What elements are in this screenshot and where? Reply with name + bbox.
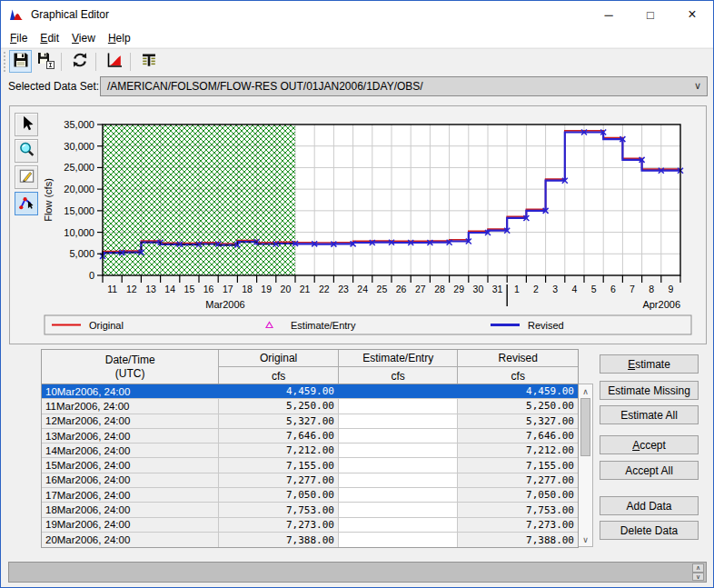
cell-estimate-entry[interactable] xyxy=(339,429,459,443)
cell-datetime: 20Mar2006, 24:00 xyxy=(42,533,219,547)
scrollbar-thumb[interactable] xyxy=(580,398,590,456)
svg-text:22: 22 xyxy=(319,284,330,294)
svg-text:21: 21 xyxy=(300,284,311,294)
save-as-button[interactable] xyxy=(34,50,56,73)
menu-file[interactable]: File xyxy=(4,30,34,46)
scroll-down-icon[interactable]: ∨ xyxy=(580,533,592,546)
cell-original: 4,459.00 xyxy=(219,384,339,398)
save-as-icon xyxy=(36,51,55,72)
spinner-up-icon[interactable]: ∧ xyxy=(692,563,704,573)
svg-text:25: 25 xyxy=(377,284,388,294)
cell-estimate-entry[interactable] xyxy=(339,384,459,398)
toolbar xyxy=(1,48,713,74)
refresh-button[interactable] xyxy=(68,50,91,73)
flow-chart[interactable]: 05,00010,00015,00020,00025,00030,00035,0… xyxy=(10,106,706,346)
cell-estimate-entry[interactable] xyxy=(339,414,459,428)
svg-text:35,000: 35,000 xyxy=(64,119,94,130)
svg-text:6: 6 xyxy=(610,284,616,294)
vertex-edit-tool-button[interactable] xyxy=(15,192,38,215)
estimate-button[interactable]: Estimate xyxy=(600,354,699,374)
delete-data-button[interactable]: Delete Data xyxy=(600,521,699,540)
menu-view[interactable]: View xyxy=(65,30,102,46)
cell-original: 7,646.00 xyxy=(219,429,339,443)
table-row[interactable]: 16Mar2006, 24:007,277.007,277.00 xyxy=(42,473,578,488)
minimize-button[interactable]: ─ xyxy=(588,1,630,28)
svg-text:9: 9 xyxy=(668,284,673,294)
cell-estimate-entry[interactable] xyxy=(339,533,459,547)
table-row[interactable]: 15Mar2006, 24:007,155.007,155.00 xyxy=(42,458,578,473)
svg-text:17: 17 xyxy=(223,284,233,294)
table-row[interactable]: 14Mar2006, 24:007,212.007,212.00 xyxy=(42,443,578,458)
edit-box-tool-button[interactable] xyxy=(15,165,38,189)
table-row[interactable]: 10Mar2006, 24:004,459.004,459.00 xyxy=(42,384,578,399)
scrollbar-track[interactable] xyxy=(580,398,592,533)
estimate-all-button[interactable]: Estimate All xyxy=(600,405,699,424)
estimate-missing-button[interactable]: Estimate Missing xyxy=(600,381,699,400)
message-bar: ∧ ∨ xyxy=(8,562,707,583)
cell-estimate-entry[interactable] xyxy=(339,503,459,516)
dataset-combobox[interactable]: /AMERICAN/FOLSOM/FLOW-RES OUT/01JAN2006/… xyxy=(100,76,708,96)
svg-text:24: 24 xyxy=(357,284,368,294)
cell-estimate-entry[interactable] xyxy=(339,473,459,487)
svg-text:Apr2006: Apr2006 xyxy=(642,299,680,310)
table-row[interactable]: 12Mar2006, 24:005,327.005,327.00 xyxy=(42,414,578,429)
cell-estimate-entry[interactable] xyxy=(339,518,459,532)
cell-estimate-entry[interactable] xyxy=(339,399,459,413)
spinner-down-icon[interactable]: ∨ xyxy=(692,573,704,582)
toolbar-grip xyxy=(4,52,7,72)
table-row[interactable]: 13Mar2006, 24:007,646.007,646.00 xyxy=(42,429,578,443)
cell-original: 7,753.00 xyxy=(219,503,339,516)
svg-text:1: 1 xyxy=(514,284,520,294)
cell-revised: 7,753.00 xyxy=(458,503,578,516)
menu-bar: FileEditViewHelp xyxy=(1,28,713,48)
table-row[interactable]: 20Mar2006, 24:007,388.007,388.00 xyxy=(42,533,578,547)
svg-text:8: 8 xyxy=(649,284,654,294)
table-row[interactable]: 19Mar2006, 24:007,273.007,273.00 xyxy=(42,518,578,533)
dataset-row: Selected Data Set: /AMERICAN/FOLSOM/FLOW… xyxy=(1,74,713,99)
svg-text:18: 18 xyxy=(242,284,253,294)
svg-text:29: 29 xyxy=(453,284,464,294)
svg-text:5,000: 5,000 xyxy=(69,248,94,259)
save-button[interactable] xyxy=(9,50,32,73)
cell-estimate-entry[interactable] xyxy=(339,443,459,457)
svg-text:16: 16 xyxy=(203,284,214,294)
accept-all-button[interactable]: Accept All xyxy=(600,461,699,480)
svg-text:27: 27 xyxy=(415,284,426,294)
title-bar: Graphical Editor ─ □ × xyxy=(1,1,713,28)
cell-original: 5,327.00 xyxy=(219,414,339,428)
dataset-label: Selected Data Set: xyxy=(8,80,99,93)
menu-edit[interactable]: Edit xyxy=(34,30,65,46)
pointer-tool-button[interactable] xyxy=(15,113,38,136)
cell-revised: 7,155.00 xyxy=(458,458,578,472)
cell-original: 7,155.00 xyxy=(219,458,339,472)
tabulate-button[interactable] xyxy=(137,50,160,73)
cell-datetime: 11Mar2006, 24:00 xyxy=(42,399,219,413)
svg-text:3: 3 xyxy=(552,284,558,294)
plot-button[interactable] xyxy=(103,50,125,73)
svg-text:15: 15 xyxy=(184,284,195,294)
svg-text:26: 26 xyxy=(396,284,407,294)
add-data-button[interactable]: Add Data xyxy=(600,496,699,515)
zoom-icon xyxy=(17,140,36,162)
svg-text:Estimate/Entry: Estimate/Entry xyxy=(291,320,356,331)
cell-estimate-entry[interactable] xyxy=(339,458,459,472)
scroll-up-icon[interactable]: ∧ xyxy=(580,384,592,398)
table-row[interactable]: 17Mar2006, 24:007,050.007,050.00 xyxy=(42,488,578,503)
table-scrollbar[interactable]: ∧ ∨ xyxy=(579,384,593,547)
menu-help[interactable]: Help xyxy=(102,30,137,46)
chevron-down-icon: ∨ xyxy=(694,80,701,92)
accept-button[interactable]: Accept xyxy=(600,435,699,454)
cell-revised: 7,212.00 xyxy=(458,443,578,457)
cell-estimate-entry[interactable] xyxy=(339,488,459,502)
svg-text:30,000: 30,000 xyxy=(64,141,94,152)
svg-text:Mar2006: Mar2006 xyxy=(205,299,244,310)
table-row[interactable]: 18Mar2006, 24:007,753.007,753.00 xyxy=(42,503,578,517)
zoom-tool-button[interactable] xyxy=(15,139,38,163)
svg-text:15,000: 15,000 xyxy=(64,205,94,216)
svg-text:19: 19 xyxy=(261,284,272,294)
table-row[interactable]: 11Mar2006, 24:005,250.005,250.00 xyxy=(42,399,578,414)
svg-text:2: 2 xyxy=(533,284,539,294)
maximize-button[interactable]: □ xyxy=(630,1,671,28)
close-button[interactable]: × xyxy=(671,1,713,28)
tabulate-icon xyxy=(140,51,158,72)
